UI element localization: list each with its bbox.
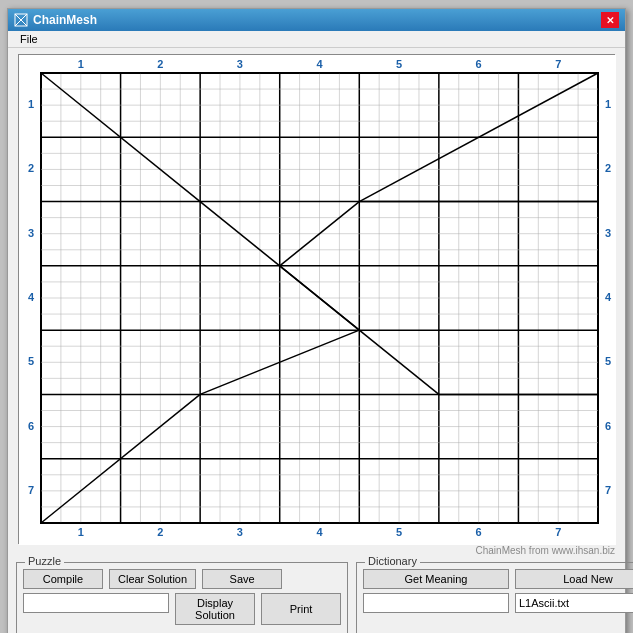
bottom-panels: Puzzle Compile Clear Solution Save Displ… [16, 562, 617, 633]
clear-solution-button[interactable]: Clear Solution [109, 569, 196, 589]
main-content: ChainMesh from www.ihsan.biz Puzzle Comp… [8, 48, 625, 633]
puzzle-btn-row-1: Compile Clear Solution Save [23, 569, 341, 589]
menu-bar: File [8, 31, 625, 48]
dictionary-panel: Dictionary Get Meaning Load New [356, 562, 633, 633]
grid-canvas[interactable] [19, 55, 616, 545]
puzzle-btn-row-2: Display Solution Print [23, 593, 341, 625]
puzzle-panel: Puzzle Compile Clear Solution Save Displ… [16, 562, 348, 633]
grid-area [18, 54, 615, 544]
watermark: ChainMesh from www.ihsan.biz [16, 545, 615, 556]
dict-filename-input[interactable] [515, 593, 633, 613]
close-button[interactable]: ✕ [601, 12, 619, 28]
dict-btn-row-2 [363, 593, 633, 613]
save-button[interactable]: Save [202, 569, 282, 589]
puzzle-panel-label: Puzzle [25, 555, 64, 567]
get-meaning-button[interactable]: Get Meaning [363, 569, 509, 589]
menu-file[interactable]: File [16, 31, 42, 47]
dictionary-panel-label: Dictionary [365, 555, 420, 567]
puzzle-input-1[interactable] [23, 593, 169, 613]
dict-input[interactable] [363, 593, 509, 613]
window-title: ChainMesh [33, 13, 97, 27]
app-icon [14, 13, 28, 27]
print-button[interactable]: Print [261, 593, 341, 625]
display-solution-button[interactable]: Display Solution [175, 593, 255, 625]
title-bar: ChainMesh ✕ [8, 9, 625, 31]
compile-button[interactable]: Compile [23, 569, 103, 589]
app-window: ChainMesh ✕ File ChainMesh from www.ihsa… [7, 8, 626, 633]
dict-btn-row-1: Get Meaning Load New [363, 569, 633, 589]
load-new-button[interactable]: Load New [515, 569, 633, 589]
